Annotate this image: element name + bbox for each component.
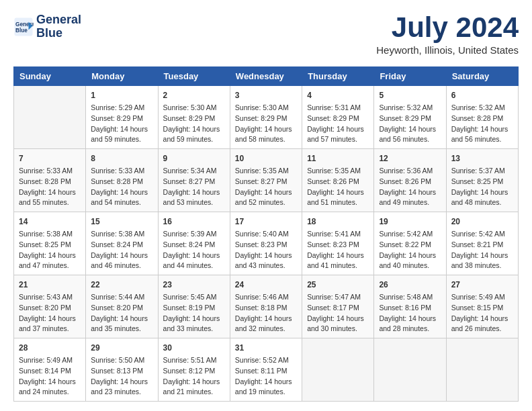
svg-text:Blue: Blue [15,27,28,33]
day-number: 6 [451,89,513,101]
calendar-cell: 31Sunrise: 5:52 AMSunset: 8:11 PMDayligh… [230,338,302,402]
calendar-cell: 14Sunrise: 5:38 AMSunset: 8:25 PMDayligh… [14,212,86,275]
calendar-cell: 3Sunrise: 5:30 AMSunset: 8:29 PMDaylight… [230,86,302,149]
calendar-cell: 11Sunrise: 5:35 AMSunset: 8:26 PMDayligh… [302,149,374,212]
day-number: 16 [163,216,225,228]
calendar-week-row: 1Sunrise: 5:29 AMSunset: 8:29 PMDaylight… [14,86,519,149]
day-content: Sunrise: 5:51 AMSunset: 8:12 PMDaylight:… [163,355,225,398]
calendar-cell: 1Sunrise: 5:29 AMSunset: 8:29 PMDaylight… [86,86,158,149]
day-number: 18 [307,216,369,228]
calendar-cell: 2Sunrise: 5:30 AMSunset: 8:29 PMDaylight… [158,86,230,149]
day-number: 15 [91,216,152,228]
calendar-cell: 8Sunrise: 5:33 AMSunset: 8:28 PMDaylight… [86,149,158,212]
calendar-cell: 25Sunrise: 5:47 AMSunset: 8:17 PMDayligh… [302,275,374,338]
weekday-header-row: SundayMondayTuesdayWednesdayThursdayFrid… [14,67,519,86]
weekday-header: Sunday [14,67,86,86]
calendar-cell: 4Sunrise: 5:31 AMSunset: 8:29 PMDaylight… [302,86,374,149]
weekday-header: Wednesday [230,67,302,86]
calendar-cell: 18Sunrise: 5:41 AMSunset: 8:23 PMDayligh… [302,212,374,275]
day-content: Sunrise: 5:44 AMSunset: 8:20 PMDaylight:… [91,292,152,334]
month-title: July 2024 [376,13,519,42]
calendar-cell [302,338,374,402]
day-number: 11 [307,152,369,165]
day-number: 2 [163,89,225,101]
day-number: 14 [19,216,81,228]
calendar-week-row: 28Sunrise: 5:49 AMSunset: 8:14 PMDayligh… [14,338,519,402]
day-number: 13 [451,152,513,165]
calendar-cell: 16Sunrise: 5:39 AMSunset: 8:24 PMDayligh… [158,212,230,275]
day-number: 24 [235,279,297,291]
day-content: Sunrise: 5:45 AMSunset: 8:19 PMDaylight:… [163,292,225,334]
weekday-header: Thursday [302,67,374,86]
page-header: General Blue General Blue July 2024 Heyw… [13,13,519,56]
day-content: Sunrise: 5:36 AMSunset: 8:26 PMDaylight:… [379,166,441,208]
day-number: 17 [235,216,297,228]
day-number: 31 [235,342,297,354]
day-content: Sunrise: 5:50 AMSunset: 8:13 PMDaylight:… [91,355,152,398]
day-number: 28 [19,342,81,354]
calendar-cell [14,86,86,149]
logo-icon: General Blue [13,17,34,37]
calendar-cell: 24Sunrise: 5:46 AMSunset: 8:18 PMDayligh… [230,275,302,338]
day-number: 19 [379,216,441,228]
day-number: 9 [163,152,225,165]
day-content: Sunrise: 5:33 AMSunset: 8:28 PMDaylight:… [19,166,81,208]
day-number: 1 [91,89,152,101]
calendar-cell: 10Sunrise: 5:35 AMSunset: 8:27 PMDayligh… [230,149,302,212]
location: Heyworth, Illinois, United States [376,44,519,56]
calendar-week-row: 7Sunrise: 5:33 AMSunset: 8:28 PMDaylight… [14,149,519,212]
day-content: Sunrise: 5:32 AMSunset: 8:28 PMDaylight:… [451,103,513,145]
day-number: 25 [307,279,369,291]
calendar-cell: 9Sunrise: 5:34 AMSunset: 8:27 PMDaylight… [158,149,230,212]
calendar-cell: 21Sunrise: 5:43 AMSunset: 8:20 PMDayligh… [14,275,86,338]
calendar-cell: 22Sunrise: 5:44 AMSunset: 8:20 PMDayligh… [86,275,158,338]
day-content: Sunrise: 5:47 AMSunset: 8:17 PMDaylight:… [307,292,369,334]
day-content: Sunrise: 5:37 AMSunset: 8:25 PMDaylight:… [451,166,513,208]
day-number: 5 [379,89,441,101]
day-content: Sunrise: 5:49 AMSunset: 8:15 PMDaylight:… [451,292,513,334]
day-content: Sunrise: 5:52 AMSunset: 8:11 PMDaylight:… [235,355,297,398]
calendar-week-row: 14Sunrise: 5:38 AMSunset: 8:25 PMDayligh… [14,212,519,275]
calendar-cell: 29Sunrise: 5:50 AMSunset: 8:13 PMDayligh… [86,338,158,402]
day-content: Sunrise: 5:35 AMSunset: 8:26 PMDaylight:… [307,166,369,208]
title-block: July 2024 Heyworth, Illinois, United Sta… [376,13,519,56]
day-number: 3 [235,89,297,101]
day-content: Sunrise: 5:40 AMSunset: 8:23 PMDaylight:… [235,229,297,271]
calendar-cell: 27Sunrise: 5:49 AMSunset: 8:15 PMDayligh… [446,275,518,338]
day-content: Sunrise: 5:46 AMSunset: 8:18 PMDaylight:… [235,292,297,334]
day-content: Sunrise: 5:34 AMSunset: 8:27 PMDaylight:… [163,166,225,208]
day-number: 4 [307,89,369,101]
day-content: Sunrise: 5:29 AMSunset: 8:29 PMDaylight:… [91,103,152,145]
day-content: Sunrise: 5:38 AMSunset: 8:24 PMDaylight:… [91,229,152,271]
day-content: Sunrise: 5:30 AMSunset: 8:29 PMDaylight:… [163,103,225,145]
day-content: Sunrise: 5:49 AMSunset: 8:14 PMDaylight:… [19,355,81,398]
day-content: Sunrise: 5:39 AMSunset: 8:24 PMDaylight:… [163,229,225,271]
day-number: 12 [379,152,441,165]
day-number: 20 [451,216,513,228]
weekday-header: Tuesday [158,67,230,86]
day-number: 8 [91,152,152,165]
calendar-cell [374,338,446,402]
calendar-table: SundayMondayTuesdayWednesdayThursdayFrid… [13,66,519,402]
calendar-cell: 20Sunrise: 5:42 AMSunset: 8:21 PMDayligh… [446,212,518,275]
logo-text: General Blue [36,13,81,40]
calendar-cell: 30Sunrise: 5:51 AMSunset: 8:12 PMDayligh… [158,338,230,402]
day-content: Sunrise: 5:33 AMSunset: 8:28 PMDaylight:… [91,166,152,208]
day-number: 23 [163,279,225,291]
calendar-cell: 7Sunrise: 5:33 AMSunset: 8:28 PMDaylight… [14,149,86,212]
day-content: Sunrise: 5:42 AMSunset: 8:22 PMDaylight:… [379,229,441,271]
calendar-week-row: 21Sunrise: 5:43 AMSunset: 8:20 PMDayligh… [14,275,519,338]
calendar-cell: 13Sunrise: 5:37 AMSunset: 8:25 PMDayligh… [446,149,518,212]
day-content: Sunrise: 5:41 AMSunset: 8:23 PMDaylight:… [307,229,369,271]
day-content: Sunrise: 5:43 AMSunset: 8:20 PMDaylight:… [19,292,81,334]
calendar-cell: 23Sunrise: 5:45 AMSunset: 8:19 PMDayligh… [158,275,230,338]
day-content: Sunrise: 5:31 AMSunset: 8:29 PMDaylight:… [307,103,369,145]
day-content: Sunrise: 5:32 AMSunset: 8:29 PMDaylight:… [379,103,441,145]
day-number: 30 [163,342,225,354]
calendar-cell: 28Sunrise: 5:49 AMSunset: 8:14 PMDayligh… [14,338,86,402]
day-content: Sunrise: 5:38 AMSunset: 8:25 PMDaylight:… [19,229,81,271]
calendar-cell: 26Sunrise: 5:48 AMSunset: 8:16 PMDayligh… [374,275,446,338]
day-number: 26 [379,279,441,291]
calendar-cell: 5Sunrise: 5:32 AMSunset: 8:29 PMDaylight… [374,86,446,149]
calendar-cell: 17Sunrise: 5:40 AMSunset: 8:23 PMDayligh… [230,212,302,275]
